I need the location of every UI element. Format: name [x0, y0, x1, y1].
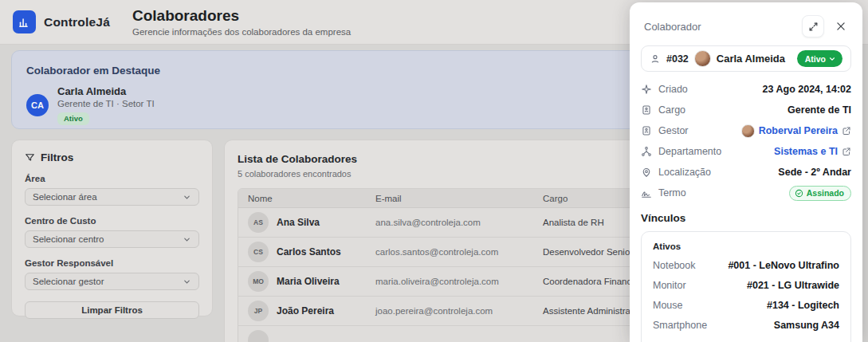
mouse-value: #134 - Logitech: [767, 300, 839, 311]
brand-name: ControleJá: [44, 15, 110, 29]
row-email: joao.pereira@controleja.com: [375, 306, 543, 316]
page-subtitle: Gerencie informações dos colaboradores d…: [132, 27, 351, 37]
avatar: CS: [248, 242, 269, 262]
row-email: maria.oliveira@controleja.com: [375, 277, 543, 286]
notebook-link[interactable]: #001 - LeNovo Ultrafino: [728, 260, 839, 271]
manager-label: Gestor Responsável: [25, 258, 199, 268]
vinculo-label: Notebook: [653, 260, 696, 271]
bar-chart-icon: [18, 15, 31, 29]
field-gestor: Gestor Roberval Pereira: [641, 123, 851, 139]
featured-role: Gerente de TI · Setor TI: [57, 99, 155, 108]
department-link[interactable]: Sistemas e TI: [774, 146, 838, 157]
user-icon: [650, 53, 661, 65]
signed-label: Assinado: [807, 188, 844, 198]
vinculo-row: Monitor #021 - LG Ultrawide: [653, 280, 839, 291]
field-departamento: Departamento Sistemas e TI: [641, 143, 851, 159]
area-label: Área: [25, 174, 199, 183]
vinculo-label: Smartphone: [653, 320, 707, 331]
map-pin-icon: [641, 167, 652, 178]
signed-badge: Assinado: [789, 186, 851, 201]
employee-id: #032: [666, 53, 689, 65]
page-title: Colaboradores: [132, 7, 351, 25]
row-name: Carlos Santos: [277, 246, 341, 257]
field-label: Criado: [658, 84, 688, 95]
field-value: 23 Ago 2024, 14:02: [763, 84, 851, 95]
employee-avatar: [694, 50, 711, 67]
vinculo-row: Notebook #001 - LeNovo Ultrafino: [653, 260, 839, 271]
check-circle-icon: [795, 189, 803, 198]
monitor-link[interactable]: #021 - LG Ultrawide: [747, 280, 839, 291]
field-label: Cargo: [658, 104, 685, 116]
collaborator-detail-panel: Colaborador #032 Carla Almeida Ativo: [630, 2, 862, 342]
cost-center-label: Centro de Custo: [25, 216, 199, 226]
field-label: Gestor: [658, 125, 689, 136]
expand-button[interactable]: [802, 15, 824, 37]
expand-icon: [808, 22, 819, 32]
filters-card: Filtros Área Selecionar área Centro de C…: [11, 140, 213, 316]
cost-center-select-value: Selecionar centro: [33, 234, 104, 244]
field-cargo: Cargo Gerente de TI: [641, 102, 851, 118]
avatar: JP: [248, 301, 269, 321]
vinculo-label: Mouse: [653, 300, 683, 311]
row-email: carlos.santos@controleja.com: [375, 247, 543, 257]
field-criado: Criado 23 Ago 2024, 14:02: [641, 81, 851, 97]
avatar: AS: [248, 212, 269, 233]
field-label: Departamento: [658, 146, 721, 157]
avatar: CA: [26, 94, 49, 116]
featured-name: Carla Almeida: [57, 85, 155, 97]
field-termo: Termo Assinado: [641, 185, 851, 201]
chevron-down-icon: [183, 235, 191, 244]
column-header-nome: Nome: [238, 194, 375, 203]
avatar: MO: [248, 271, 269, 292]
sitemap-icon: [641, 146, 652, 157]
row-email: ana.silva@controleja.com: [375, 218, 543, 227]
manager-select-value: Selecionar gestor: [33, 277, 104, 286]
id-badge-icon: [641, 125, 652, 136]
app-logo: [13, 10, 36, 33]
chevron-down-icon: [828, 55, 836, 63]
vinculo-row: Smartphone Samsung A34: [653, 320, 839, 331]
manager-avatar: [741, 124, 755, 138]
id-badge-icon: [641, 104, 652, 116]
avatar: [248, 330, 269, 342]
vinculos-title: Vínculos: [641, 212, 851, 224]
sparkle-icon: [641, 84, 652, 95]
field-label: Termo: [658, 187, 686, 199]
row-name: Ana Silva: [277, 217, 320, 228]
vinculo-row: Mouse #134 - Logitech: [653, 300, 839, 311]
panel-title: Colaborador: [641, 21, 802, 33]
chevron-down-icon: [183, 193, 191, 202]
close-button[interactable]: [831, 16, 851, 37]
row-name: João Pereira: [277, 305, 334, 316]
field-label: Localização: [658, 167, 711, 178]
area-select-value: Selecionar área: [33, 192, 97, 202]
vinculos-card: Ativos Notebook #001 - LeNovo Ultrafino …: [641, 231, 851, 342]
external-link-icon: [842, 147, 851, 156]
column-header-email: E-mail: [375, 194, 543, 203]
status-badge: Ativo: [57, 112, 89, 125]
signature-icon: [641, 187, 652, 199]
filters-title: Filtros: [41, 151, 73, 163]
chevron-down-icon: [183, 277, 191, 286]
area-select[interactable]: Selecionar área: [25, 188, 199, 206]
ativos-group-title: Ativos: [653, 242, 839, 251]
row-name: Maria Oliveira: [277, 276, 340, 287]
employee-name: Carla Almeida: [717, 53, 791, 65]
manager-link[interactable]: Roberval Pereira: [759, 125, 838, 136]
field-value: Sede - 2º Andar: [778, 167, 851, 178]
cost-center-select[interactable]: Selecionar centro: [25, 230, 199, 248]
close-icon: [835, 21, 846, 32]
field-localizacao: Localização Sede - 2º Andar: [641, 164, 851, 180]
status-dropdown[interactable]: Ativo: [797, 50, 842, 67]
smartphone-link[interactable]: Samsung A34: [774, 320, 839, 331]
clear-filters-button[interactable]: Limpar Filtros: [25, 301, 199, 319]
field-value: Gerente de TI: [787, 104, 851, 116]
filter-icon: [25, 152, 35, 163]
manager-select[interactable]: Selecionar gestor: [25, 273, 199, 290]
employee-id-row: #032 Carla Almeida Ativo: [641, 45, 851, 72]
vinculo-label: Monitor: [653, 280, 686, 291]
external-link-icon: [842, 126, 851, 136]
status-label: Ativo: [805, 54, 826, 64]
